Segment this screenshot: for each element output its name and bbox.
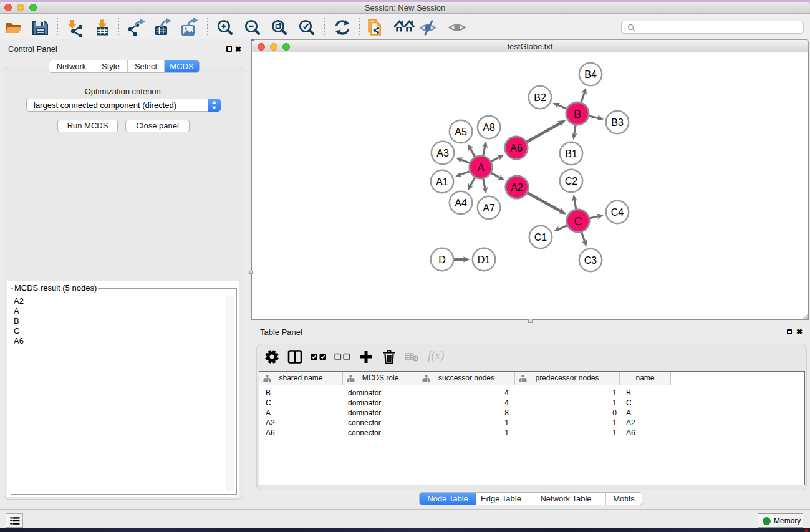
svg-text:A: A — [478, 162, 485, 173]
svg-text:B1: B1 — [565, 148, 577, 159]
svg-text:D: D — [438, 254, 446, 265]
svg-text:C3: C3 — [584, 255, 597, 266]
svg-text:A8: A8 — [483, 122, 495, 133]
svg-text:B: B — [574, 108, 581, 120]
svg-text:B2: B2 — [534, 92, 546, 103]
svg-text:A7: A7 — [483, 203, 495, 213]
svg-text:A6: A6 — [510, 143, 523, 153]
svg-text:C1: C1 — [534, 232, 547, 243]
svg-text:B3: B3 — [611, 117, 624, 128]
svg-text:A3: A3 — [436, 148, 449, 158]
svg-text:A5: A5 — [455, 127, 467, 137]
svg-text:A1: A1 — [436, 177, 448, 187]
svg-text:A4: A4 — [455, 198, 467, 208]
svg-text:A2: A2 — [511, 182, 523, 193]
svg-text:B4: B4 — [584, 69, 597, 80]
svg-text:C: C — [574, 215, 582, 228]
svg-text:D1: D1 — [478, 254, 491, 265]
svg-text:C2: C2 — [565, 176, 578, 186]
svg-text:C4: C4 — [611, 207, 624, 218]
